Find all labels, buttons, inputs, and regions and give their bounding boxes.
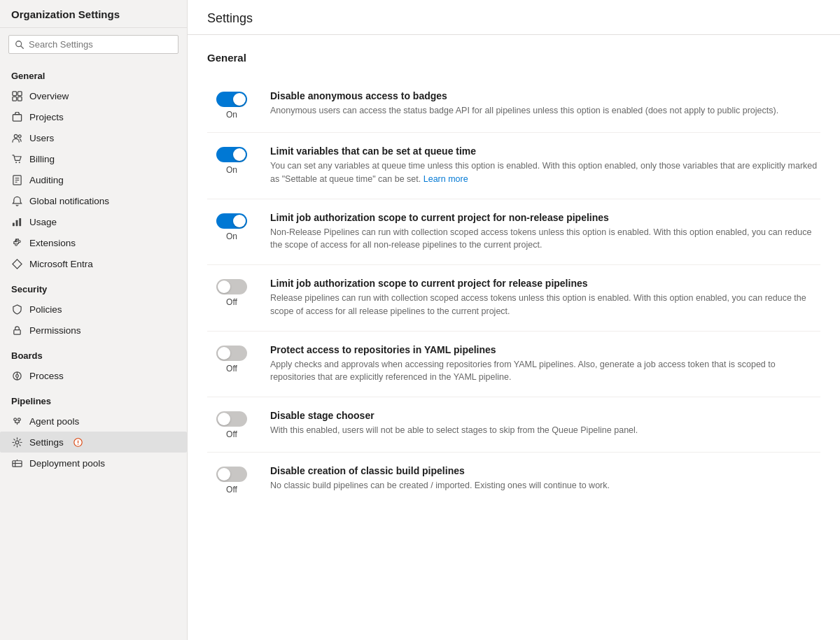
sidebar-item-permissions[interactable]: Permissions xyxy=(0,320,187,341)
toggle-disable-classic-build[interactable] xyxy=(216,467,247,482)
setting-title-anonymous-badge: Disable anonymous access to badges xyxy=(270,90,820,101)
sidebar-item-auditing[interactable]: Auditing xyxy=(0,169,187,190)
sidebar-item-users[interactable]: Users xyxy=(0,127,187,148)
sidebar-item-agent-pools[interactable]: Agent pools xyxy=(0,411,187,432)
toggle-area-limit-job-auth-release: Off xyxy=(207,278,256,307)
svg-point-8 xyxy=(18,134,21,137)
agent-icon xyxy=(11,415,22,427)
setting-desc-anonymous-badge: Anonymous users can access the status ba… xyxy=(270,104,820,118)
svg-point-33 xyxy=(78,443,78,444)
setting-row-disable-stage-chooser: Off Disable stage chooser With this enab… xyxy=(207,397,820,453)
sidebar-item-label-permissions: Permissions xyxy=(29,325,81,336)
search-input[interactable] xyxy=(29,39,172,50)
toggle-area-protect-yaml: Off xyxy=(207,344,256,374)
toggle-area-disable-classic-build: Off xyxy=(207,465,256,495)
sidebar-item-label-projects: Projects xyxy=(29,112,64,122)
toggle-label-anonymous-badge: On xyxy=(226,110,237,120)
sidebar-item-label-extensions: Extensions xyxy=(29,238,76,248)
setting-info-disable-stage-chooser: Disable stage chooser With this enabled,… xyxy=(270,410,820,437)
svg-rect-16 xyxy=(15,220,18,225)
sidebar-item-label-process: Process xyxy=(29,371,64,381)
sidebar: Organization Settings GeneralOverviewPro… xyxy=(0,0,188,640)
svg-rect-2 xyxy=(12,91,16,95)
svg-line-1 xyxy=(21,45,24,48)
setting-row-limit-variables: On Limit variables that can be set at qu… xyxy=(207,133,820,199)
setting-title-limit-variables: Limit variables that can be set at queue… xyxy=(270,145,820,157)
sidebar-item-label-policies: Policies xyxy=(29,304,62,315)
setting-info-limit-variables: Limit variables that can be set at queue… xyxy=(270,145,820,186)
svg-rect-5 xyxy=(18,97,22,101)
setting-info-limit-job-auth-release: Limit job authorization scope to current… xyxy=(270,278,820,318)
toggle-knob-limit-job-auth-release xyxy=(218,280,230,293)
svg-rect-3 xyxy=(18,91,22,95)
toggle-knob-limit-job-auth-non-release xyxy=(233,215,246,227)
sidebar-item-label-global-notifications: Global notifications xyxy=(29,196,109,206)
toggle-limit-variables[interactable] xyxy=(216,147,247,162)
sidebar-item-label-deployment-pools: Deployment pools xyxy=(29,458,105,469)
sidebar-item-billing[interactable]: Billing xyxy=(0,148,187,169)
sidebar-item-process[interactable]: Process xyxy=(0,365,187,386)
sidebar-item-overview[interactable]: Overview xyxy=(0,85,187,106)
setting-link-limit-variables[interactable]: Learn more xyxy=(424,174,468,184)
settings-list: On Disable anonymous access to badges An… xyxy=(207,78,820,507)
lock-icon xyxy=(11,325,22,336)
toggle-knob-anonymous-badge xyxy=(233,93,246,106)
svg-rect-17 xyxy=(19,218,21,225)
toggle-anonymous-badge[interactable] xyxy=(216,92,247,107)
sidebar-item-settings[interactable]: Settings xyxy=(0,432,187,453)
gear-icon xyxy=(11,436,22,448)
grid-icon xyxy=(11,90,22,101)
page-title: Settings xyxy=(188,0,840,35)
toggle-protect-yaml[interactable] xyxy=(216,346,247,361)
toggle-area-limit-job-auth-non-release: On xyxy=(207,212,256,241)
toggle-label-protect-yaml: Off xyxy=(226,364,237,374)
sidebar-item-label-auditing: Auditing xyxy=(29,175,64,185)
setting-title-protect-yaml: Protect access to repositories in YAML p… xyxy=(270,344,820,355)
toggle-label-disable-classic-build: Off xyxy=(226,485,237,495)
users-icon xyxy=(11,132,22,143)
sidebar-item-label-users: Users xyxy=(29,133,54,143)
setting-row-protect-yaml: Off Protect access to repositories in YA… xyxy=(207,332,820,398)
setting-desc-limit-job-auth-non-release: Non-Release Pipelines can run with colle… xyxy=(270,226,820,253)
sidebar-item-label-usage: Usage xyxy=(29,217,57,227)
svg-rect-15 xyxy=(12,222,14,226)
toggle-label-disable-stage-chooser: Off xyxy=(226,429,237,439)
sidebar-nav: GeneralOverviewProjectsUsersBillingAudit… xyxy=(0,61,187,474)
setting-info-limit-job-auth-non-release: Limit job authorization scope to current… xyxy=(270,212,820,253)
main-content: Settings General On Disable anonymous ac… xyxy=(188,0,840,640)
toggle-disable-stage-chooser[interactable] xyxy=(216,411,247,427)
sidebar-item-projects[interactable]: Projects xyxy=(0,106,187,127)
toggle-area-limit-variables: On xyxy=(207,145,256,175)
sidebar-item-deployment-pools[interactable]: Deployment pools xyxy=(0,453,187,474)
toggle-limit-job-auth-non-release[interactable] xyxy=(216,213,247,229)
sidebar-item-label-settings: Settings xyxy=(29,437,64,448)
sidebar-item-usage[interactable]: Usage xyxy=(0,211,187,232)
sidebar-item-microsoft-entra[interactable]: Microsoft Entra xyxy=(0,253,187,274)
setting-desc-disable-classic-build: No classic build pipelines can be create… xyxy=(270,479,820,492)
setting-desc-limit-job-auth-release: Release pipelines can run with collectio… xyxy=(270,292,820,318)
svg-point-7 xyxy=(14,134,18,138)
toggle-limit-job-auth-release[interactable] xyxy=(216,279,247,294)
svg-point-21 xyxy=(15,374,18,377)
settings-warning-icon xyxy=(74,437,83,447)
puzzle-icon xyxy=(11,237,22,248)
toggle-label-limit-job-auth-release: Off xyxy=(226,297,237,307)
toggle-area-disable-stage-chooser: Off xyxy=(207,410,256,439)
search-box[interactable] xyxy=(8,35,178,54)
report-icon xyxy=(11,174,22,185)
sidebar-item-policies[interactable]: Policies xyxy=(0,299,187,320)
toggle-label-limit-variables: On xyxy=(226,165,237,175)
toggle-knob-protect-yaml xyxy=(218,347,230,360)
sidebar-item-global-notifications[interactable]: Global notifications xyxy=(0,190,187,211)
svg-point-25 xyxy=(18,418,20,420)
section-title: General xyxy=(207,52,820,64)
setting-info-disable-classic-build: Disable creation of classic build pipeli… xyxy=(270,465,820,492)
section-label-boards: Boards xyxy=(0,341,187,365)
process-icon xyxy=(11,370,22,381)
setting-info-anonymous-badge: Disable anonymous access to badges Anony… xyxy=(270,90,820,118)
section-label-pipelines: Pipelines xyxy=(0,386,187,411)
sidebar-item-extensions[interactable]: Extensions xyxy=(0,232,187,253)
setting-row-anonymous-badge: On Disable anonymous access to badges An… xyxy=(207,78,820,133)
toggle-label-limit-job-auth-non-release: On xyxy=(226,232,237,241)
svg-point-30 xyxy=(15,441,19,444)
